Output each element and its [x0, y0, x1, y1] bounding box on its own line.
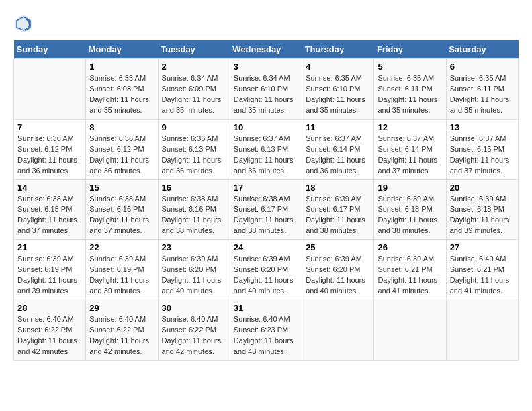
day-header-tuesday: Tuesday [158, 40, 230, 59]
day-header-friday: Friday [374, 40, 446, 59]
calendar-week-1: 1Sunrise: 6:33 AM Sunset: 6:08 PM Daylig… [14, 59, 519, 120]
day-info: Sunrise: 6:36 AM Sunset: 6:12 PM Dayligh… [89, 134, 154, 177]
calendar-body: 1Sunrise: 6:33 AM Sunset: 6:08 PM Daylig… [14, 59, 519, 361]
day-info: Sunrise: 6:40 AM Sunset: 6:22 PM Dayligh… [17, 314, 82, 357]
day-info: Sunrise: 6:40 AM Sunset: 6:22 PM Dayligh… [89, 314, 154, 357]
calendar-cell [374, 300, 446, 361]
calendar-cell: 7Sunrise: 6:36 AM Sunset: 6:12 PM Daylig… [14, 119, 86, 179]
day-number: 13 [450, 122, 515, 132]
day-number: 6 [450, 62, 515, 72]
day-number: 3 [234, 62, 298, 72]
day-number: 19 [378, 183, 442, 193]
day-number: 10 [234, 122, 298, 132]
day-info: Sunrise: 6:36 AM Sunset: 6:12 PM Dayligh… [17, 134, 82, 177]
day-number: 17 [234, 183, 298, 193]
logo [13, 13, 36, 34]
calendar-cell: 29Sunrise: 6:40 AM Sunset: 6:22 PM Dayli… [86, 300, 158, 361]
calendar-cell: 13Sunrise: 6:37 AM Sunset: 6:15 PM Dayli… [446, 119, 518, 179]
calendar-cell: 3Sunrise: 6:34 AM Sunset: 6:10 PM Daylig… [230, 59, 302, 120]
day-info: Sunrise: 6:40 AM Sunset: 6:22 PM Dayligh… [162, 314, 226, 357]
calendar-cell [446, 300, 518, 361]
calendar-cell: 16Sunrise: 6:38 AM Sunset: 6:16 PM Dayli… [158, 179, 230, 240]
calendar-cell: 20Sunrise: 6:39 AM Sunset: 6:18 PM Dayli… [446, 179, 518, 240]
calendar-cell: 25Sunrise: 6:39 AM Sunset: 6:20 PM Dayli… [302, 240, 374, 300]
calendar-cell: 26Sunrise: 6:39 AM Sunset: 6:21 PM Dayli… [374, 240, 446, 300]
calendar-table: SundayMondayTuesdayWednesdayThursdayFrid… [13, 40, 519, 361]
day-header-sunday: Sunday [14, 40, 86, 59]
calendar-cell: 6Sunrise: 6:35 AM Sunset: 6:11 PM Daylig… [446, 59, 518, 120]
calendar-cell: 22Sunrise: 6:39 AM Sunset: 6:19 PM Dayli… [86, 240, 158, 300]
day-number: 27 [450, 242, 515, 253]
logo-icon [13, 13, 34, 34]
day-info: Sunrise: 6:35 AM Sunset: 6:11 PM Dayligh… [378, 73, 442, 116]
day-number: 11 [306, 122, 370, 132]
calendar-cell [302, 300, 374, 361]
day-info: Sunrise: 6:39 AM Sunset: 6:18 PM Dayligh… [450, 194, 515, 237]
day-number: 22 [89, 242, 154, 253]
day-number: 1 [89, 62, 154, 72]
day-number: 16 [162, 183, 226, 193]
calendar-cell: 18Sunrise: 6:39 AM Sunset: 6:17 PM Dayli… [302, 179, 374, 240]
day-info: Sunrise: 6:39 AM Sunset: 6:20 PM Dayligh… [162, 254, 226, 297]
day-number: 28 [17, 303, 82, 313]
day-info: Sunrise: 6:38 AM Sunset: 6:16 PM Dayligh… [89, 194, 154, 237]
day-info: Sunrise: 6:39 AM Sunset: 6:21 PM Dayligh… [378, 254, 442, 297]
calendar-cell: 24Sunrise: 6:39 AM Sunset: 6:20 PM Dayli… [230, 240, 302, 300]
calendar-cell: 28Sunrise: 6:40 AM Sunset: 6:22 PM Dayli… [14, 300, 86, 361]
day-number: 8 [89, 122, 154, 132]
calendar-cell: 15Sunrise: 6:38 AM Sunset: 6:16 PM Dayli… [86, 179, 158, 240]
day-info: Sunrise: 6:40 AM Sunset: 6:21 PM Dayligh… [450, 254, 515, 297]
day-number: 14 [17, 183, 82, 193]
calendar-cell: 30Sunrise: 6:40 AM Sunset: 6:22 PM Dayli… [158, 300, 230, 361]
day-info: Sunrise: 6:37 AM Sunset: 6:13 PM Dayligh… [234, 134, 298, 177]
day-header-saturday: Saturday [446, 40, 518, 59]
day-number: 21 [17, 242, 82, 253]
day-number: 20 [450, 183, 515, 193]
day-number: 24 [234, 242, 298, 253]
day-number: 29 [89, 303, 154, 313]
day-info: Sunrise: 6:38 AM Sunset: 6:15 PM Dayligh… [17, 194, 82, 237]
day-info: Sunrise: 6:38 AM Sunset: 6:17 PM Dayligh… [234, 194, 298, 237]
day-info: Sunrise: 6:39 AM Sunset: 6:19 PM Dayligh… [89, 254, 154, 297]
header-row: SundayMondayTuesdayWednesdayThursdayFrid… [14, 40, 519, 59]
day-header-monday: Monday [86, 40, 158, 59]
day-info: Sunrise: 6:37 AM Sunset: 6:14 PM Dayligh… [306, 134, 370, 177]
day-number: 23 [162, 242, 226, 253]
day-info: Sunrise: 6:33 AM Sunset: 6:08 PM Dayligh… [89, 73, 154, 116]
calendar-cell: 2Sunrise: 6:34 AM Sunset: 6:09 PM Daylig… [158, 59, 230, 120]
day-info: Sunrise: 6:40 AM Sunset: 6:23 PM Dayligh… [234, 314, 298, 357]
calendar-cell: 19Sunrise: 6:39 AM Sunset: 6:18 PM Dayli… [374, 179, 446, 240]
calendar-cell: 11Sunrise: 6:37 AM Sunset: 6:14 PM Dayli… [302, 119, 374, 179]
calendar-cell: 23Sunrise: 6:39 AM Sunset: 6:20 PM Dayli… [158, 240, 230, 300]
calendar-cell: 31Sunrise: 6:40 AM Sunset: 6:23 PM Dayli… [230, 300, 302, 361]
day-info: Sunrise: 6:37 AM Sunset: 6:14 PM Dayligh… [378, 134, 442, 177]
day-number: 12 [378, 122, 442, 132]
day-number: 5 [378, 62, 442, 72]
day-number: 31 [234, 303, 298, 313]
calendar-cell: 4Sunrise: 6:35 AM Sunset: 6:10 PM Daylig… [302, 59, 374, 120]
day-info: Sunrise: 6:39 AM Sunset: 6:19 PM Dayligh… [17, 254, 82, 297]
day-number: 18 [306, 183, 370, 193]
day-info: Sunrise: 6:39 AM Sunset: 6:20 PM Dayligh… [234, 254, 298, 297]
calendar-week-2: 7Sunrise: 6:36 AM Sunset: 6:12 PM Daylig… [14, 119, 519, 179]
calendar-week-4: 21Sunrise: 6:39 AM Sunset: 6:19 PM Dayli… [14, 240, 519, 300]
day-number: 30 [162, 303, 226, 313]
day-info: Sunrise: 6:37 AM Sunset: 6:15 PM Dayligh… [450, 134, 515, 177]
day-info: Sunrise: 6:39 AM Sunset: 6:20 PM Dayligh… [306, 254, 370, 297]
day-number: 4 [306, 62, 370, 72]
day-number: 2 [162, 62, 226, 72]
day-number: 15 [89, 183, 154, 193]
day-header-wednesday: Wednesday [230, 40, 302, 59]
calendar-week-5: 28Sunrise: 6:40 AM Sunset: 6:22 PM Dayli… [14, 300, 519, 361]
calendar-cell: 1Sunrise: 6:33 AM Sunset: 6:08 PM Daylig… [86, 59, 158, 120]
day-number: 26 [378, 242, 442, 253]
day-info: Sunrise: 6:38 AM Sunset: 6:16 PM Dayligh… [162, 194, 226, 237]
calendar-cell: 27Sunrise: 6:40 AM Sunset: 6:21 PM Dayli… [446, 240, 518, 300]
calendar-week-3: 14Sunrise: 6:38 AM Sunset: 6:15 PM Dayli… [14, 179, 519, 240]
calendar-cell: 10Sunrise: 6:37 AM Sunset: 6:13 PM Dayli… [230, 119, 302, 179]
calendar-cell: 9Sunrise: 6:36 AM Sunset: 6:13 PM Daylig… [158, 119, 230, 179]
calendar-cell: 21Sunrise: 6:39 AM Sunset: 6:19 PM Dayli… [14, 240, 86, 300]
day-info: Sunrise: 6:39 AM Sunset: 6:17 PM Dayligh… [306, 194, 370, 237]
day-number: 25 [306, 242, 370, 253]
day-info: Sunrise: 6:35 AM Sunset: 6:11 PM Dayligh… [450, 73, 515, 116]
